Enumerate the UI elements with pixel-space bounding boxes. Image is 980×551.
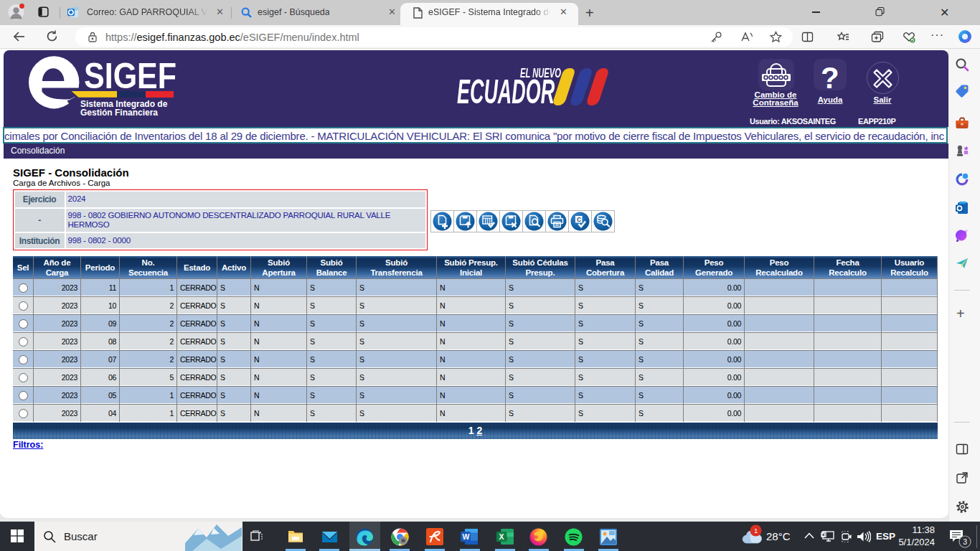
svg-text:X: X <box>499 532 504 541</box>
svg-text:C: C <box>577 216 581 223</box>
svg-text:1: 1 <box>754 527 758 534</box>
svg-text:3: 3 <box>963 537 967 546</box>
svg-text:W: W <box>462 532 469 541</box>
